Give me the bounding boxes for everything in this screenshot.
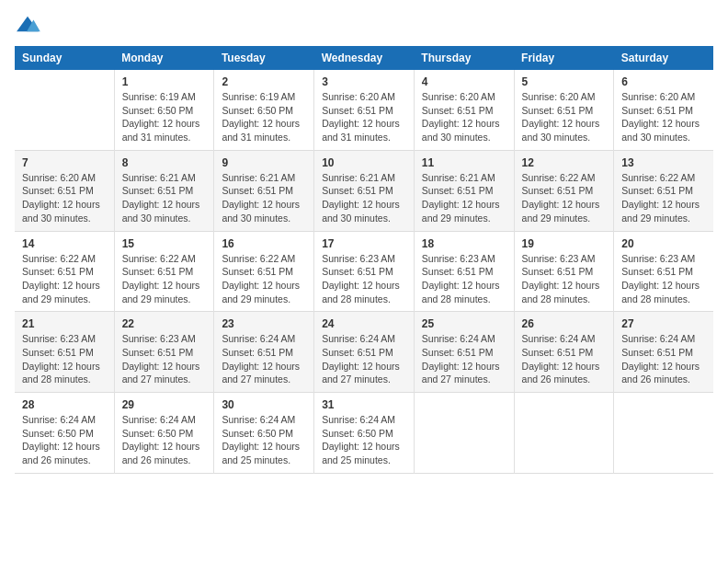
cell-info: Sunrise: 6:24 AM Sunset: 6:51 PM Dayligh… (522, 332, 607, 386)
day-number: 8 (122, 156, 207, 169)
calendar-table: SundayMondayTuesdayWednesdayThursdayFrid… (15, 46, 713, 474)
logo-icon (15, 15, 40, 35)
cell-info: Sunrise: 6:24 AM Sunset: 6:51 PM Dayligh… (222, 332, 306, 386)
cell-info: Sunrise: 6:20 AM Sunset: 6:51 PM Dayligh… (422, 90, 506, 144)
calendar-cell (414, 393, 514, 474)
day-number: 19 (522, 237, 607, 250)
calendar-cell: 6Sunrise: 6:20 AM Sunset: 6:51 PM Daylig… (614, 70, 713, 150)
day-number: 22 (122, 317, 207, 330)
cell-info: Sunrise: 6:21 AM Sunset: 6:51 PM Dayligh… (122, 171, 207, 225)
calendar-cell: 8Sunrise: 6:21 AM Sunset: 6:51 PM Daylig… (114, 150, 214, 231)
column-header-monday: Monday (114, 46, 214, 70)
calendar-cell: 29Sunrise: 6:24 AM Sunset: 6:50 PM Dayli… (114, 393, 214, 474)
column-header-wednesday: Wednesday (314, 46, 415, 70)
calendar-cell: 26Sunrise: 6:24 AM Sunset: 6:51 PM Dayli… (514, 312, 614, 393)
calendar-cell: 18Sunrise: 6:23 AM Sunset: 6:51 PM Dayli… (414, 231, 514, 312)
day-number: 15 (122, 237, 207, 250)
calendar-cell (514, 393, 614, 474)
cell-info: Sunrise: 6:23 AM Sunset: 6:51 PM Dayligh… (522, 252, 607, 306)
day-number: 2 (222, 75, 306, 88)
calendar-cell: 3Sunrise: 6:20 AM Sunset: 6:51 PM Daylig… (314, 70, 415, 150)
day-number: 4 (422, 75, 506, 88)
day-number: 11 (422, 156, 506, 169)
day-number: 21 (22, 317, 107, 330)
cell-info: Sunrise: 6:19 AM Sunset: 6:50 PM Dayligh… (222, 90, 306, 144)
calendar-cell: 4Sunrise: 6:20 AM Sunset: 6:51 PM Daylig… (414, 70, 514, 150)
calendar-cell: 28Sunrise: 6:24 AM Sunset: 6:50 PM Dayli… (15, 393, 114, 474)
calendar-cell: 15Sunrise: 6:22 AM Sunset: 6:51 PM Dayli… (114, 231, 214, 312)
calendar-cell (15, 70, 114, 150)
day-number: 12 (522, 156, 607, 169)
week-row-4: 21Sunrise: 6:23 AM Sunset: 6:51 PM Dayli… (15, 312, 713, 393)
cell-info: Sunrise: 6:20 AM Sunset: 6:51 PM Dayligh… (22, 171, 107, 225)
calendar-header-row: SundayMondayTuesdayWednesdayThursdayFrid… (15, 46, 713, 70)
week-row-5: 28Sunrise: 6:24 AM Sunset: 6:50 PM Dayli… (15, 393, 713, 474)
calendar-cell (614, 393, 713, 474)
cell-info: Sunrise: 6:24 AM Sunset: 6:50 PM Dayligh… (222, 413, 306, 467)
column-header-thursday: Thursday (414, 46, 514, 70)
day-number: 16 (222, 237, 306, 250)
day-number: 26 (522, 317, 607, 330)
calendar-cell: 20Sunrise: 6:23 AM Sunset: 6:51 PM Dayli… (614, 231, 713, 312)
calendar-cell: 21Sunrise: 6:23 AM Sunset: 6:51 PM Dayli… (15, 312, 114, 393)
calendar-cell: 22Sunrise: 6:23 AM Sunset: 6:51 PM Dayli… (114, 312, 214, 393)
week-row-1: 1Sunrise: 6:19 AM Sunset: 6:50 PM Daylig… (15, 70, 713, 150)
calendar-cell: 27Sunrise: 6:24 AM Sunset: 6:51 PM Dayli… (614, 312, 713, 393)
calendar-cell: 23Sunrise: 6:24 AM Sunset: 6:51 PM Dayli… (214, 312, 314, 393)
cell-info: Sunrise: 6:23 AM Sunset: 6:51 PM Dayligh… (122, 332, 207, 386)
calendar-cell: 9Sunrise: 6:21 AM Sunset: 6:51 PM Daylig… (214, 150, 314, 231)
day-number: 24 (322, 317, 406, 330)
week-row-3: 14Sunrise: 6:22 AM Sunset: 6:51 PM Dayli… (15, 231, 713, 312)
cell-info: Sunrise: 6:22 AM Sunset: 6:51 PM Dayligh… (522, 171, 607, 225)
calendar-cell: 16Sunrise: 6:22 AM Sunset: 6:51 PM Dayli… (214, 231, 314, 312)
calendar-cell: 11Sunrise: 6:21 AM Sunset: 6:51 PM Dayli… (414, 150, 514, 231)
day-number: 29 (122, 398, 207, 411)
cell-info: Sunrise: 6:23 AM Sunset: 6:51 PM Dayligh… (422, 252, 506, 306)
cell-info: Sunrise: 6:23 AM Sunset: 6:51 PM Dayligh… (322, 252, 406, 306)
day-number: 30 (222, 398, 306, 411)
cell-info: Sunrise: 6:20 AM Sunset: 6:51 PM Dayligh… (621, 90, 706, 144)
calendar-cell: 19Sunrise: 6:23 AM Sunset: 6:51 PM Dayli… (514, 231, 614, 312)
calendar-cell: 12Sunrise: 6:22 AM Sunset: 6:51 PM Dayli… (514, 150, 614, 231)
cell-info: Sunrise: 6:21 AM Sunset: 6:51 PM Dayligh… (322, 171, 406, 225)
calendar-cell: 2Sunrise: 6:19 AM Sunset: 6:50 PM Daylig… (214, 70, 314, 150)
cell-info: Sunrise: 6:23 AM Sunset: 6:51 PM Dayligh… (621, 252, 706, 306)
calendar-cell: 25Sunrise: 6:24 AM Sunset: 6:51 PM Dayli… (414, 312, 514, 393)
cell-info: Sunrise: 6:19 AM Sunset: 6:50 PM Dayligh… (122, 90, 207, 144)
day-number: 7 (22, 156, 107, 169)
week-row-2: 7Sunrise: 6:20 AM Sunset: 6:51 PM Daylig… (15, 150, 713, 231)
day-number: 23 (222, 317, 306, 330)
day-number: 31 (322, 398, 406, 411)
cell-info: Sunrise: 6:22 AM Sunset: 6:51 PM Dayligh… (22, 252, 107, 306)
header (15, 15, 713, 35)
cell-info: Sunrise: 6:20 AM Sunset: 6:51 PM Dayligh… (322, 90, 406, 144)
day-number: 3 (322, 75, 406, 88)
column-header-sunday: Sunday (15, 46, 114, 70)
column-header-tuesday: Tuesday (214, 46, 314, 70)
calendar-cell: 31Sunrise: 6:24 AM Sunset: 6:50 PM Dayli… (314, 393, 415, 474)
day-number: 27 (621, 317, 706, 330)
day-number: 5 (522, 75, 607, 88)
cell-info: Sunrise: 6:23 AM Sunset: 6:51 PM Dayligh… (22, 332, 107, 386)
cell-info: Sunrise: 6:24 AM Sunset: 6:50 PM Dayligh… (22, 413, 107, 467)
cell-info: Sunrise: 6:24 AM Sunset: 6:51 PM Dayligh… (621, 332, 706, 386)
cell-info: Sunrise: 6:24 AM Sunset: 6:51 PM Dayligh… (422, 332, 506, 386)
cell-info: Sunrise: 6:20 AM Sunset: 6:51 PM Dayligh… (522, 90, 607, 144)
logo (15, 15, 44, 35)
calendar-cell: 14Sunrise: 6:22 AM Sunset: 6:51 PM Dayli… (15, 231, 114, 312)
calendar-cell: 10Sunrise: 6:21 AM Sunset: 6:51 PM Dayli… (314, 150, 415, 231)
calendar-cell: 30Sunrise: 6:24 AM Sunset: 6:50 PM Dayli… (214, 393, 314, 474)
day-number: 13 (621, 156, 706, 169)
day-number: 14 (22, 237, 107, 250)
cell-info: Sunrise: 6:22 AM Sunset: 6:51 PM Dayligh… (222, 252, 306, 306)
day-number: 6 (621, 75, 706, 88)
cell-info: Sunrise: 6:21 AM Sunset: 6:51 PM Dayligh… (422, 171, 506, 225)
day-number: 9 (222, 156, 306, 169)
cell-info: Sunrise: 6:24 AM Sunset: 6:50 PM Dayligh… (322, 413, 406, 467)
calendar-cell: 24Sunrise: 6:24 AM Sunset: 6:51 PM Dayli… (314, 312, 415, 393)
cell-info: Sunrise: 6:21 AM Sunset: 6:51 PM Dayligh… (222, 171, 306, 225)
day-number: 17 (322, 237, 406, 250)
calendar-cell: 13Sunrise: 6:22 AM Sunset: 6:51 PM Dayli… (614, 150, 713, 231)
day-number: 28 (22, 398, 107, 411)
calendar-cell: 17Sunrise: 6:23 AM Sunset: 6:51 PM Dayli… (314, 231, 415, 312)
